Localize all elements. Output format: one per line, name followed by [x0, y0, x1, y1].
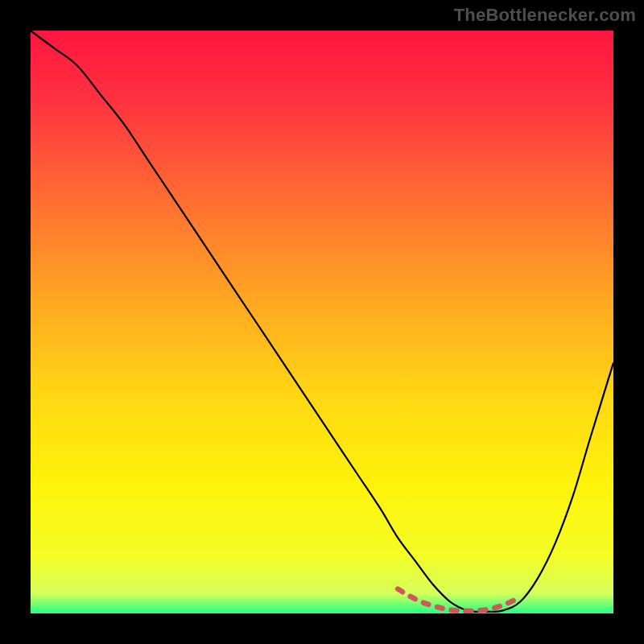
gradient-background	[31, 31, 613, 613]
chart-svg	[31, 31, 613, 613]
chart-frame: TheBottlenecker.com	[0, 0, 644, 644]
attribution-text: TheBottlenecker.com	[454, 5, 636, 26]
plot-area	[31, 31, 613, 613]
